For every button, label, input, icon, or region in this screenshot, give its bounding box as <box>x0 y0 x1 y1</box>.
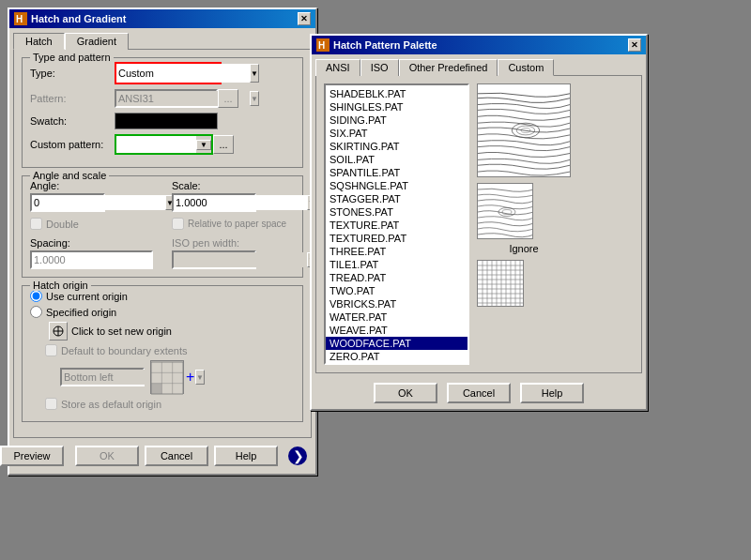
hatch-origin-group: Hatch origin Use current origin Specifie… <box>22 285 303 422</box>
palette-tab-iso[interactable]: ISO <box>360 59 399 76</box>
type-input[interactable] <box>116 64 250 83</box>
pattern-preview-main <box>477 83 571 177</box>
custom-dropdown-btn[interactable]: ▼ <box>196 140 211 150</box>
type-combo[interactable]: ▼ <box>116 64 220 83</box>
scale-input[interactable] <box>174 195 307 210</box>
list-item[interactable]: TREAD.PAT <box>326 271 467 284</box>
svg-text:H: H <box>16 14 23 24</box>
pattern-label: Pattern: <box>30 93 115 104</box>
palette-tab-custom[interactable]: Custom <box>498 59 554 76</box>
iso-pen-input <box>174 252 307 267</box>
hatch-origin-label: Hatch origin <box>30 280 91 291</box>
list-item[interactable]: SIDING.PAT <box>326 114 467 127</box>
angle-scale-label: Angle and scale <box>30 170 109 181</box>
type-label: Type: <box>30 68 115 79</box>
palette-dialog-title: Hatch Pattern Palette <box>333 39 437 51</box>
list-item[interactable]: TWO.PAT <box>326 284 467 297</box>
spacing-input <box>30 250 153 269</box>
boundary-extents-checkbox[interactable] <box>45 344 57 356</box>
relative-row: Relative to paper space <box>172 218 295 230</box>
svg-text:❯: ❯ <box>293 448 304 464</box>
app-icon: H <box>14 12 27 25</box>
custom-pattern-wrapper: ▼ <box>115 134 213 155</box>
list-item[interactable]: SOIL.PAT <box>326 153 467 166</box>
scale-combo[interactable]: ▼ <box>172 193 256 212</box>
angle-scale-cols: Angle: ▼ Scale: ▼ <box>30 180 295 212</box>
main-ok-button[interactable]: OK <box>75 446 139 466</box>
relative-checkbox[interactable] <box>172 218 184 230</box>
type-row: Type: ▼ <box>30 62 295 84</box>
list-item[interactable]: VBRICKS.PAT <box>326 297 467 310</box>
list-item[interactable]: WEAVE.PAT <box>326 324 467 337</box>
list-item[interactable]: ZERO.PAT <box>326 350 467 363</box>
list-item[interactable]: TEXTURE.PAT <box>326 219 467 232</box>
angle-scale-group: Angle and scale Angle: ▼ Scale: ▼ <box>22 175 303 278</box>
pattern-browse-btn: ... <box>218 89 238 108</box>
use-current-row: Use current origin <box>30 290 295 302</box>
list-item[interactable]: WATER.PAT <box>326 310 467 324</box>
custom-pattern-label: Custom pattern: <box>30 139 115 150</box>
help-arrow-btn[interactable]: ❯ <box>287 446 308 466</box>
scale-header: Scale: <box>172 180 295 191</box>
main-help-button[interactable]: Help <box>214 446 278 466</box>
palette-close-button[interactable]: ✕ <box>628 38 641 52</box>
list-item[interactable]: WOODFACE.PAT <box>326 337 467 350</box>
palette-tab-bar: ANSI ISO Other Predefined Custom <box>312 54 646 75</box>
double-col: Double <box>30 218 153 234</box>
list-item[interactable]: STAGGER.PAT <box>326 192 467 205</box>
list-item[interactable]: SQSHNGLE.PAT <box>326 179 467 192</box>
origin-set-btn[interactable] <box>49 322 68 341</box>
preview-button[interactable]: Preview <box>0 446 64 466</box>
bottom-left-combo: ▼ <box>60 368 145 386</box>
list-item[interactable]: SHINGLES.PAT <box>326 100 467 114</box>
list-item[interactable]: TEXTURED.PAT <box>326 232 467 245</box>
angle-col: Angle: ▼ <box>30 180 153 212</box>
list-item[interactable]: TILE1.PAT <box>326 258 467 271</box>
plus-indicator: + <box>186 369 194 386</box>
swatch-preview <box>115 113 218 129</box>
tab-gradient[interactable]: Gradient <box>65 33 129 50</box>
palette-tab-other[interactable]: Other Predefined <box>399 59 498 76</box>
tab-hatch[interactable]: Hatch <box>13 33 65 50</box>
use-current-radio[interactable] <box>30 290 42 302</box>
double-checkbox[interactable] <box>30 218 42 230</box>
main-dialog: H Hatch and Gradient ✕ Hatch Gradient Ty… <box>8 8 317 476</box>
palette-cancel-button[interactable]: Cancel <box>447 383 511 403</box>
list-item[interactable]: SIX.PAT <box>326 127 467 140</box>
palette-tab-content: SECGRILL.PATSEMI-LOG.PATSEVEN.PATSHADEBL… <box>315 75 642 373</box>
list-item[interactable]: SPANTILE.PAT <box>326 166 467 179</box>
iso-pen-combo: ▼ <box>172 250 256 269</box>
ignore-label: Ignore <box>477 243 571 254</box>
main-titlebar: H Hatch and Gradient ✕ <box>9 9 315 28</box>
angle-combo[interactable]: ▼ <box>30 193 105 212</box>
scale-col: Scale: ▼ <box>172 180 295 212</box>
main-cancel-button[interactable]: Cancel <box>145 446 208 466</box>
custom-browse-btn[interactable]: ... <box>213 135 234 154</box>
relative-label: Relative to paper space <box>188 219 286 229</box>
pattern-combo: ▼ <box>115 89 218 108</box>
list-item[interactable]: STONES.PAT <box>326 205 467 219</box>
store-default-checkbox[interactable] <box>45 398 57 410</box>
specified-label: Specified origin <box>46 307 116 318</box>
bottom-left-area: ▼ <box>60 360 295 394</box>
custom-pattern-input[interactable] <box>116 136 196 153</box>
pattern-list[interactable]: SECGRILL.PATSEMI-LOG.PATSEVEN.PATSHADEBL… <box>324 83 469 365</box>
svg-rect-11 <box>151 384 161 394</box>
palette-help-button[interactable]: Help <box>520 383 584 403</box>
pattern-row: Pattern: ▼ ... <box>30 89 295 108</box>
store-default-row: Store as default origin <box>45 398 295 410</box>
specified-row: Specified origin <box>30 306 295 318</box>
list-item[interactable]: SHADEBLK.PAT <box>326 87 467 100</box>
double-row: Double <box>30 218 153 230</box>
svg-rect-23 <box>478 261 524 307</box>
palette-tab-ansi[interactable]: ANSI <box>315 59 360 76</box>
palette-ok-button[interactable]: OK <box>374 383 437 403</box>
list-item[interactable]: SKIRTING.PAT <box>326 140 467 153</box>
boundary-extents-row: Default to boundary extents <box>45 344 295 356</box>
main-close-button[interactable]: ✕ <box>298 12 311 25</box>
angle-input[interactable] <box>32 195 165 210</box>
palette-titlebar: H Hatch Pattern Palette ✕ <box>312 36 646 54</box>
type-dropdown-btn[interactable]: ▼ <box>250 64 259 83</box>
specified-radio[interactable] <box>30 306 42 318</box>
list-item[interactable]: THREE.PAT <box>326 245 467 258</box>
